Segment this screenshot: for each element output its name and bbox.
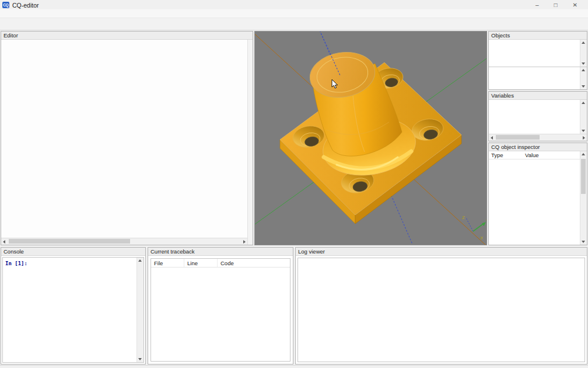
- 3d-viewport[interactable]: Z Y X: [254, 31, 487, 245]
- inspector-panel-titlebar: CQ object inspector: [489, 143, 587, 151]
- traceback-panel-title: Current traceback: [150, 248, 195, 255]
- variables-panel-titlebar: Variables: [489, 92, 587, 100]
- console-panel-titlebar: Console: [1, 248, 145, 256]
- toolbar: [0, 18, 588, 30]
- scroll-up-arrow-icon[interactable]: [582, 153, 585, 155]
- variables-table[interactable]: [489, 100, 580, 134]
- close-button[interactable]: ✕: [573, 2, 578, 8]
- variables-horizontal-scrollbar[interactable]: [489, 134, 587, 141]
- inspector-col-type: Type: [489, 152, 525, 158]
- objects-panel: Objects: [488, 31, 587, 90]
- scroll-left-arrow-icon[interactable]: [491, 136, 493, 140]
- 3d-scene: Z Y X: [255, 32, 487, 245]
- app-icon: CQ: [2, 2, 9, 8]
- menubar: [0, 9, 588, 18]
- scroll-down-arrow-icon[interactable]: [138, 358, 142, 360]
- editor-annotation-column[interactable]: [247, 40, 253, 245]
- scroll-up-arrow-icon[interactable]: [582, 69, 585, 71]
- log-viewer-titlebar: Log viewer: [296, 248, 587, 256]
- editor-panel-title: Editor: [4, 32, 18, 39]
- scroll-right-arrow-icon[interactable]: [583, 136, 585, 140]
- maximize-button[interactable]: □: [554, 2, 558, 8]
- traceback-col-file[interactable]: File: [151, 259, 184, 267]
- editor-hscroll-thumb[interactable]: [9, 239, 130, 244]
- scroll-down-arrow-icon[interactable]: [582, 241, 585, 243]
- x-axis-label: X: [480, 235, 484, 241]
- inspector-panel: CQ object inspector Type Value: [488, 143, 587, 245]
- editor-panel-titlebar: Editor: [1, 32, 253, 40]
- minimize-button[interactable]: –: [536, 2, 539, 8]
- editor-horizontal-scrollbar[interactable]: [1, 238, 247, 245]
- console-scrollbar[interactable]: [136, 258, 144, 362]
- log-viewer-title: Log viewer: [298, 248, 325, 255]
- traceback-col-line[interactable]: Line: [184, 259, 218, 267]
- variables-panel-title: Variables: [491, 92, 514, 99]
- traceback-panel: Current traceback File Line Code: [148, 247, 293, 364]
- inspector-panel-title: CQ object inspector: [491, 144, 540, 150]
- code-area[interactable]: [1, 40, 247, 238]
- titlebar: CQ CQ-editor – □ ✕: [0, 0, 588, 9]
- scroll-down-arrow-icon[interactable]: [582, 63, 585, 65]
- window-title: CQ-editor: [12, 2, 39, 9]
- parameter-table[interactable]: [489, 67, 580, 89]
- console-panel-title: Console: [4, 248, 24, 255]
- objects-tree[interactable]: [489, 40, 580, 67]
- scroll-left-arrow-icon[interactable]: [3, 240, 5, 244]
- scroll-up-arrow-icon[interactable]: [582, 102, 585, 104]
- z-axis-label: Z: [462, 215, 465, 220]
- variables-panel: Variables: [488, 91, 587, 141]
- inspector-scrollbar[interactable]: [580, 151, 587, 245]
- cq-editor-window: CQ CQ-editor – □ ✕ Editor: [0, 0, 588, 368]
- objects-panel-title: Objects: [491, 32, 510, 39]
- scroll-down-arrow-icon[interactable]: [582, 130, 585, 132]
- parameter-table-scrollbar[interactable]: [580, 67, 587, 89]
- log-viewer-panel: Log viewer: [295, 247, 587, 364]
- y-axis-label: Y: [486, 218, 487, 224]
- scroll-down-arrow-icon[interactable]: [582, 85, 585, 88]
- objects-panel-titlebar: Objects: [489, 32, 587, 40]
- inspector-col-value: Value: [525, 152, 539, 158]
- objects-tree-scrollbar[interactable]: [580, 40, 587, 67]
- traceback-col-code[interactable]: Code: [218, 259, 290, 267]
- traceback-panel-titlebar: Current traceback: [148, 248, 293, 256]
- variables-hscroll-thumb[interactable]: [496, 135, 540, 140]
- log-viewer-content[interactable]: [298, 258, 585, 362]
- status-bar: [0, 365, 588, 368]
- scroll-up-arrow-icon[interactable]: [138, 259, 142, 262]
- scroll-up-arrow-icon[interactable]: [582, 41, 585, 44]
- console-panel: Console In [1]:: [1, 247, 146, 364]
- console-prompt[interactable]: In [1]:: [3, 258, 136, 362]
- editor-panel: Editor: [1, 31, 253, 245]
- inspector-scroll-thumb[interactable]: [581, 159, 586, 194]
- scroll-right-arrow-icon[interactable]: [243, 240, 246, 244]
- variables-scrollbar[interactable]: [580, 100, 587, 134]
